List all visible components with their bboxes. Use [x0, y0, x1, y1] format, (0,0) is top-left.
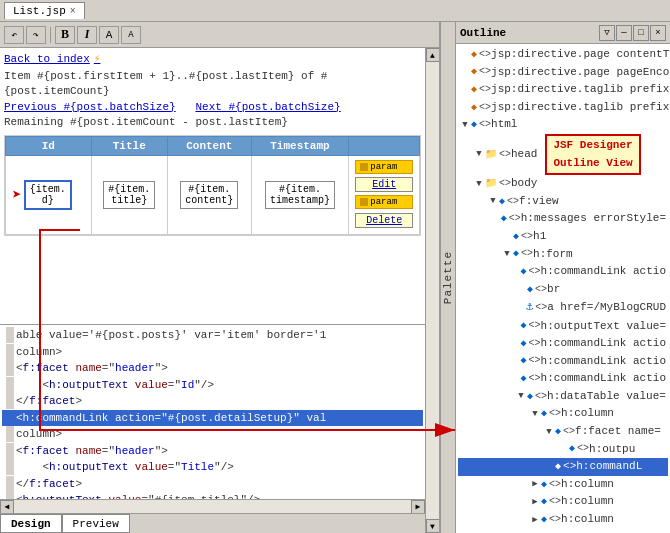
bold-button[interactable]: B: [55, 26, 75, 44]
scroll-right-button[interactable]: ▶: [411, 500, 425, 514]
outline-item-ffacet[interactable]: ▼ ◆ <> f:facet name=: [458, 423, 668, 441]
expand-icon-hcolumn3[interactable]: ▶: [530, 497, 540, 507]
scroll-left-button[interactable]: ◀: [0, 500, 14, 514]
next-link[interactable]: Next #{post.batchSize}: [195, 101, 340, 113]
code-line-9: <h:outputText value="Title"/>: [2, 459, 423, 476]
vertical-scrollbar[interactable]: ▲ ▼: [425, 48, 439, 533]
item-id-box[interactable]: {item. d}: [24, 180, 72, 210]
item-title-box[interactable]: #{item. title}: [103, 181, 155, 209]
table-cell-timestamp: #{item. timestamp}: [251, 155, 349, 234]
toolbar: ↶ ↷ B I A A: [0, 22, 439, 48]
blue-icon-hcmd1: ◆: [521, 264, 527, 280]
expand-icon-hcolumn1[interactable]: ▼: [530, 409, 540, 419]
item-content-box[interactable]: #{item. content}: [180, 181, 238, 209]
code-line-5: </f:facet>: [2, 393, 423, 410]
outline-item-hcolumn1[interactable]: ▼ ◆ <> h:column: [458, 405, 668, 423]
file-tab[interactable]: List.jsp ×: [4, 2, 85, 19]
outline-item-hcolumn4[interactable]: ▶ ◆ <> h:column: [458, 511, 668, 529]
scroll-v-track[interactable]: [426, 62, 439, 519]
design-and-code: Back to index ⚡ Item #{post.firstItem + …: [0, 48, 425, 533]
item-timestamp-box[interactable]: #{item. timestamp}: [265, 181, 335, 209]
outline-min-button[interactable]: —: [616, 25, 632, 41]
font-button-2[interactable]: A: [121, 26, 141, 44]
diamond-icon-1: ◆: [471, 64, 477, 80]
outline-item-hcolumn3[interactable]: ▶ ◆ <> h:column: [458, 493, 668, 511]
expand-icon-hcolumn2[interactable]: ▶: [530, 480, 540, 490]
outline-item-1[interactable]: ◆ <> jsp:directive.page pageEncoding=UT: [458, 64, 668, 82]
outline-menu-button[interactable]: ▽: [599, 25, 615, 41]
expand-icon-br: [516, 285, 526, 295]
outline-item-body[interactable]: ▼ 📁 <> body: [458, 175, 668, 193]
scroll-up-button[interactable]: ▲: [426, 48, 440, 62]
diamond-icon-0: ◆: [471, 47, 477, 63]
outline-item-hcolumn2[interactable]: ▶ ◆ <> h:column: [458, 476, 668, 494]
outline-item-0[interactable]: ◆ <> jsp:directive.page contentType=tex: [458, 46, 668, 64]
outline-item-html[interactable]: ▼ ◆ <> html: [458, 116, 668, 134]
outline-item-br[interactable]: ◆ <> br: [458, 281, 668, 299]
expand-icon-hform[interactable]: ▼: [502, 249, 512, 259]
italic-button[interactable]: I: [77, 26, 97, 44]
expand-icon-fview[interactable]: ▼: [488, 197, 498, 207]
col-header-actions: [349, 136, 420, 155]
outline-item-hcmdlink-selected[interactable]: ◆ <> h:commandL: [458, 458, 668, 476]
outline-item-houtput[interactable]: ◆ <> h:outputText value=: [458, 318, 668, 336]
back-to-index-link[interactable]: Back to index ⚡: [4, 52, 421, 65]
palette-bar[interactable]: Palette: [440, 22, 456, 533]
code-panel[interactable]: able value='#{post.posts}' var='item' bo…: [0, 324, 425, 499]
outline-item-3[interactable]: ◆ <> jsp:directive.taglib prefix=h: [458, 99, 668, 117]
outline-max-button[interactable]: □: [633, 25, 649, 41]
scroll-down-button[interactable]: ▼: [426, 519, 440, 533]
outline-item-h1[interactable]: ◆ <> h1: [458, 228, 668, 246]
blue-icon-hcmd2: ◆: [521, 336, 527, 352]
folder-icon-body: 📁: [485, 176, 497, 192]
blue-icon-h1: ◆: [513, 229, 519, 245]
outline-item-hcmd4[interactable]: ◆ <> h:commandLink actio: [458, 370, 668, 388]
blue-icon-ffacet: ◆: [555, 424, 561, 440]
outline-content[interactable]: ◆ <> jsp:directive.page contentType=tex …: [456, 44, 670, 533]
expand-icon-html[interactable]: ▼: [460, 120, 470, 130]
font-button-1[interactable]: A: [99, 26, 119, 44]
expand-icon-ffacet[interactable]: ▼: [544, 427, 554, 437]
edit-button[interactable]: Edit: [355, 177, 413, 192]
file-tab-label: List.jsp: [13, 5, 66, 17]
outline-item-hdatatable[interactable]: ▼ ◆ <> h:dataTable value=: [458, 388, 668, 406]
delete-button[interactable]: Delete: [355, 213, 413, 228]
table-cell-id: ➤ {item. d}: [6, 155, 92, 234]
expand-icon-hdatatable[interactable]: ▼: [516, 392, 526, 402]
bottom-tabs: Design Preview: [0, 513, 425, 533]
design-tab[interactable]: Design: [0, 514, 62, 533]
outline-item-houtput2[interactable]: ◆ <> h:outpu: [458, 441, 668, 459]
outline-title: Outline: [460, 27, 598, 39]
undo-button[interactable]: ↶: [4, 26, 24, 44]
close-tab-button[interactable]: ×: [70, 6, 76, 17]
expand-icon-hcolumn4[interactable]: ▶: [530, 515, 540, 525]
code-line-8: <f:facet name="header">: [2, 443, 423, 460]
col-header-content: Content: [168, 136, 252, 155]
redo-button[interactable]: ↷: [26, 26, 46, 44]
outline-item-hcmd2[interactable]: ◆ <> h:commandLink actio: [458, 335, 668, 353]
outline-item-fview[interactable]: ▼ ◆ <> f:view: [458, 193, 668, 211]
outline-item-hcmd1[interactable]: ◆ <> h:commandLink actio: [458, 263, 668, 281]
design-view[interactable]: Back to index ⚡ Item #{post.firstItem + …: [0, 48, 425, 324]
blue-icon-hmessages: ◆: [501, 211, 507, 227]
outline-close-button[interactable]: ×: [650, 25, 666, 41]
preview-tab[interactable]: Preview: [62, 514, 130, 533]
code-line-10: </f:facet>: [2, 476, 423, 493]
expand-icon-body[interactable]: ▼: [474, 179, 484, 189]
scroll-h-track[interactable]: [14, 500, 411, 513]
outline-item-ahref[interactable]: ⚓ <> a href=/MyBlogCRUD: [458, 298, 668, 317]
prev-link[interactable]: Previous #{post.batchSize}: [4, 101, 176, 113]
blue-icon-br: ◆: [527, 282, 533, 298]
blue-icon-hcmdlink: ◆: [555, 459, 561, 475]
expand-icon-1: [460, 67, 470, 77]
outline-item-hmessages[interactable]: ◆ <> h:messages errorStyle=: [458, 210, 668, 228]
outline-item-2[interactable]: ◆ <> jsp:directive.taglib prefix=f: [458, 81, 668, 99]
outline-item-hform[interactable]: ▼ ◆ <> h:form: [458, 246, 668, 264]
horizontal-scrollbar[interactable]: ◀ ▶: [0, 499, 425, 513]
blue-icon-hcolumn3: ◆: [541, 494, 547, 510]
expand-icon-head[interactable]: ▼: [474, 150, 484, 160]
outline-item-hcmd3[interactable]: ◆ <> h:commandLink actio: [458, 353, 668, 371]
code-line-2: column>: [2, 344, 423, 361]
outline-item-head[interactable]: ▼ 📁 <> head JSF Designer Outline View: [458, 134, 668, 175]
data-table-container: Id Title Content Timestamp: [4, 135, 421, 236]
